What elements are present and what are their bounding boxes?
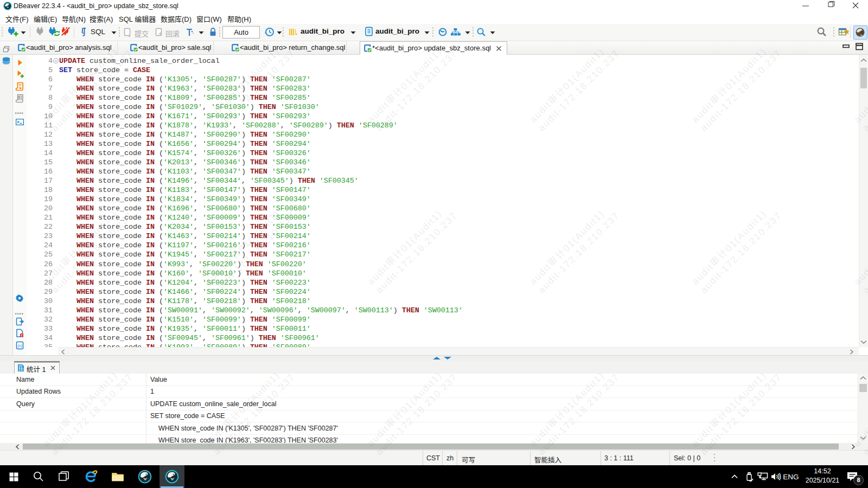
svg-text:(x): (x) bbox=[17, 344, 22, 348]
